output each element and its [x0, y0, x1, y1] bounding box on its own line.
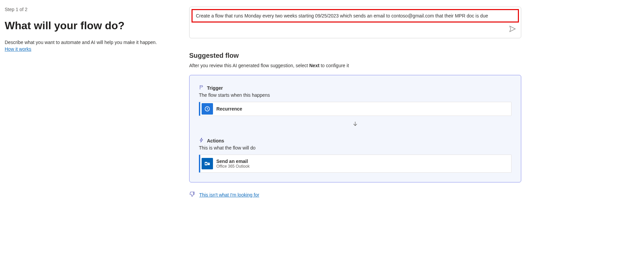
suggested-flow-card: Trigger The flow starts when this happen… [189, 75, 521, 182]
thumb-down-icon[interactable] [189, 191, 195, 198]
flag-icon [199, 85, 204, 91]
suggested-sub-prefix: After you review this AI generated flow … [189, 63, 309, 68]
action-step-sub: Office 365 Outlook [216, 164, 250, 169]
how-it-works-link[interactable]: How it works [5, 46, 31, 52]
send-icon[interactable] [509, 25, 516, 34]
action-step-title: Send an email [216, 159, 250, 164]
outlook-icon [202, 158, 213, 169]
suggested-sub-suffix: to configure it [319, 63, 349, 68]
step-indicator: Step 1 of 2 [5, 7, 176, 12]
prompt-text[interactable]: Create a flow that runs Monday every two… [192, 9, 519, 23]
left-panel: Step 1 of 2 What will your flow do? Desc… [0, 0, 181, 254]
suggested-sub-bold: Next [309, 63, 319, 68]
right-panel: Create a flow that runs Monday every two… [181, 0, 644, 254]
trigger-label: Trigger [207, 85, 223, 91]
lightning-icon [199, 137, 204, 144]
action-step-send-email[interactable]: Send an email Office 365 Outlook [199, 155, 512, 173]
trigger-subtext: The flow starts when this happens [199, 92, 512, 98]
suggested-flow-heading: Suggested flow [189, 52, 637, 59]
page-title: What will your flow do? [5, 19, 176, 32]
recurrence-icon [202, 103, 213, 115]
trigger-step-recurrence[interactable]: Recurrence [199, 102, 512, 116]
description-text: Describe what you want to automate and A… [5, 39, 176, 46]
prompt-input-container[interactable]: Create a flow that runs Monday every two… [189, 7, 521, 38]
prompt-toolbar [190, 23, 521, 38]
suggested-flow-subtext: After you review this AI generated flow … [189, 63, 637, 68]
not-what-im-looking-for-link[interactable]: This isn't what I'm looking for [199, 192, 259, 198]
arrow-down-icon [199, 116, 512, 137]
trigger-section-header: Trigger [199, 85, 512, 91]
svg-point-2 [205, 163, 207, 165]
trigger-step-title: Recurrence [216, 106, 242, 112]
feedback-row: This isn't what I'm looking for [189, 191, 637, 198]
actions-label: Actions [207, 138, 224, 143]
actions-section-header: Actions [199, 137, 512, 144]
actions-subtext: This is what the flow will do [199, 145, 512, 151]
